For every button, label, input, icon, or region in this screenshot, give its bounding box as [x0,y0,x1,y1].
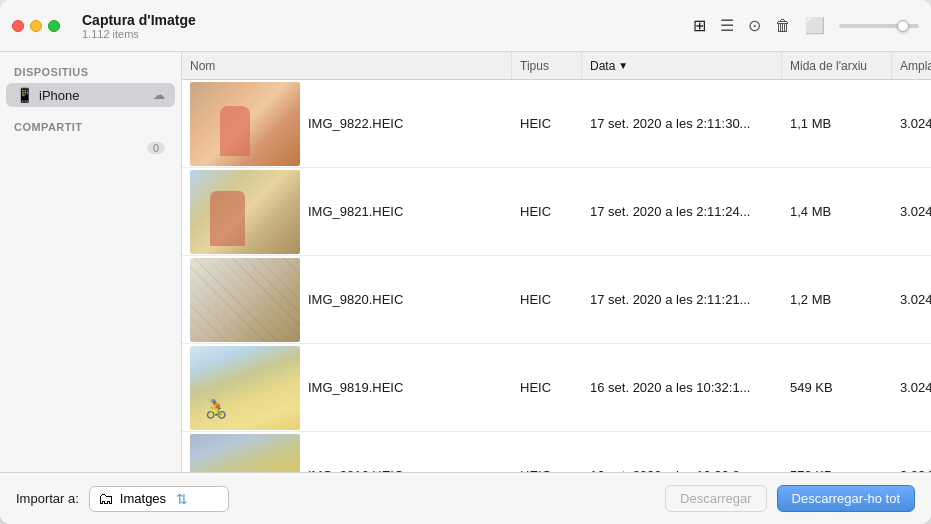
file-row[interactable]: IMG_9819.HEIC HEIC 16 set. 2020 a les 10… [182,344,931,432]
file-row[interactable]: IMG_9821.HEIC HEIC 17 set. 2020 a les 2:… [182,168,931,256]
slider-thumb[interactable] [897,20,909,32]
slider-track[interactable] [839,24,919,28]
file-width: 3.024 [892,116,931,131]
file-size: 1,1 MB [782,116,892,131]
sidebar-item-shared[interactable]: 0 [6,138,175,158]
sidebar-item-iphone[interactable]: 📱 iPhone ☁ [6,83,175,107]
file-thumb-name: IMG_9819.HEIC [182,344,512,431]
download-all-button[interactable]: Descarregar-ho tot [777,485,915,512]
file-thumb-name: IMG_9821.HEIC [182,168,512,255]
col-name[interactable]: Nom [182,52,512,79]
titlebar: Captura d'Imatge 1.112 items ⊞ ☰ ⊙ 🗑 ⬜ [0,0,931,52]
sidebar: DISPOSITIUS 📱 iPhone ☁ COMPARTIT 0 [0,52,182,472]
file-row[interactable]: IMG_9820.HEIC HEIC 17 set. 2020 a les 2:… [182,256,931,344]
import-destination-label: Imatges [120,491,166,506]
file-width: 3.024 [892,292,931,307]
delete-button[interactable]: 🗑 [775,17,791,35]
file-row[interactable]: IMG_9822.HEIC HEIC 17 set. 2020 a les 2:… [182,80,931,168]
import-label: Importar a: [16,491,79,506]
main-layout: DISPOSITIUS 📱 iPhone ☁ COMPARTIT 0 Nom T… [0,52,931,472]
file-date: 17 set. 2020 a les 2:11:30... [582,116,782,131]
minimize-button[interactable] [30,20,42,32]
content-area: Nom Tipus Data ▼ Mida de l'arxiu Amplada… [182,52,931,472]
sort-arrow-icon: ▼ [618,60,628,71]
file-list: IMG_9822.HEIC HEIC 17 set. 2020 a les 2:… [182,80,931,472]
file-thumbnail [190,170,300,254]
file-size: 1,4 MB [782,204,892,219]
file-width: 3.024 [892,380,931,395]
file-date: 17 set. 2020 a les 2:11:21... [582,292,782,307]
col-type[interactable]: Tipus [512,52,582,79]
file-thumbnail [190,346,300,430]
window-subtitle: 1.112 items [82,28,693,40]
col-date[interactable]: Data ▼ [582,52,782,79]
import-destination-selector[interactable]: 🗂 Imatges ⇅ [89,486,229,512]
chevron-up-down-icon: ⇅ [176,491,188,507]
column-headers: Nom Tipus Data ▼ Mida de l'arxiu Amplada… [182,52,931,80]
file-type: HEIC [512,292,582,307]
bottom-bar: Importar a: 🗂 Imatges ⇅ Descarregar Desc… [0,472,931,524]
file-date: 16 set. 2020 a les 10:32:1... [582,380,782,395]
file-thumbnail [190,82,300,166]
list-view-button[interactable]: ☰ [720,16,734,35]
file-size: 549 KB [782,380,892,395]
folder-icon: 🗂 [98,490,114,508]
file-thumb-name: IMG_9816.HEIC [182,432,512,472]
main-window: Captura d'Imatge 1.112 items ⊞ ☰ ⊙ 🗑 ⬜ D… [0,0,931,524]
col-width[interactable]: Amplada [892,52,931,79]
zoom-slider[interactable] [839,24,919,28]
file-thumbnail [190,434,300,473]
file-type: HEIC [512,116,582,131]
file-name: IMG_9821.HEIC [308,204,403,219]
shared-section-label: COMPARTIT [0,117,181,137]
file-type: HEIC [512,380,582,395]
titlebar-content: Captura d'Imatge 1.112 items [72,12,693,40]
file-name: IMG_9822.HEIC [308,116,403,131]
cloud-icon: ☁ [153,88,165,102]
file-name: IMG_9819.HEIC [308,380,403,395]
iphone-label: iPhone [39,88,147,103]
file-date: 17 set. 2020 a les 2:11:24... [582,204,782,219]
maximize-button[interactable] [48,20,60,32]
file-thumb-name: IMG_9822.HEIC [182,80,512,167]
iphone-icon: 📱 [16,87,33,103]
file-width: 3.024 [892,204,931,219]
file-size: 1,2 MB [782,292,892,307]
file-row[interactable]: IMG_9816.HEIC HEIC 16 set. 2020 a les 10… [182,432,931,472]
close-button[interactable] [12,20,24,32]
download-button[interactable]: Descarregar [665,485,767,512]
devices-section-label: DISPOSITIUS [0,62,181,82]
file-thumb-name: IMG_9820.HEIC [182,256,512,343]
rotate-button[interactable]: ⬜ [805,16,825,35]
file-type: HEIC [512,204,582,219]
face-button[interactable]: ⊙ [748,16,761,35]
grid-view-button[interactable]: ⊞ [693,16,706,35]
file-name: IMG_9820.HEIC [308,292,403,307]
traffic-lights [12,20,60,32]
file-thumbnail [190,258,300,342]
col-size[interactable]: Mida de l'arxiu [782,52,892,79]
toolbar-controls: ⊞ ☰ ⊙ 🗑 ⬜ [693,16,919,35]
window-title: Captura d'Imatge [82,12,693,28]
shared-badge: 0 [147,142,165,154]
